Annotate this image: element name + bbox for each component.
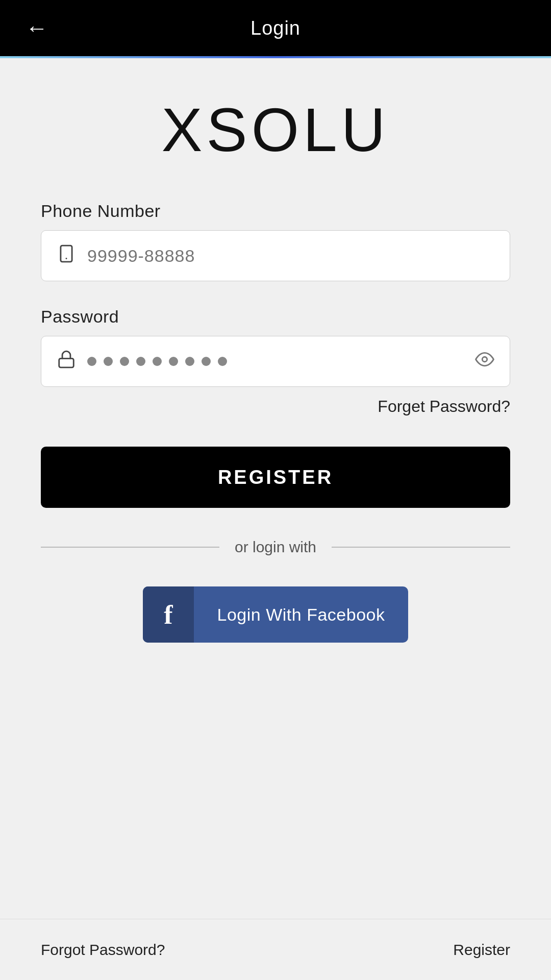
header: ← Login <box>0 0 551 56</box>
logo-text: XSOLU <box>162 95 390 164</box>
footer-register[interactable]: Register <box>453 941 510 959</box>
form-section: Phone Number Password <box>41 201 510 643</box>
divider-text: or login with <box>219 538 332 556</box>
lock-icon <box>57 350 76 374</box>
password-label: Password <box>41 307 510 327</box>
facebook-icon: f <box>164 600 172 630</box>
logo-container: XSOLU <box>162 99 390 160</box>
divider: or login with <box>41 538 510 556</box>
facebook-icon-section: f <box>143 586 194 643</box>
header-title: Login <box>251 17 300 39</box>
password-dots <box>87 357 227 366</box>
phone-input-wrapper <box>41 230 510 281</box>
facebook-button-label: Login With Facebook <box>194 605 408 625</box>
forget-password-inline[interactable]: Forget Password? <box>41 397 510 416</box>
phone-input[interactable] <box>87 246 494 266</box>
svg-rect-2 <box>59 358 74 367</box>
svg-rect-0 <box>61 246 72 262</box>
svg-point-3 <box>482 357 487 362</box>
divider-line-left <box>41 547 219 548</box>
register-button[interactable]: REGISTER <box>41 447 510 508</box>
show-password-icon[interactable] <box>475 350 494 374</box>
main-content: XSOLU Phone Number Password <box>0 58 551 919</box>
back-button[interactable]: ← <box>26 17 48 39</box>
facebook-login-button[interactable]: f Login With Facebook <box>143 586 408 643</box>
phone-label: Phone Number <box>41 201 510 221</box>
footer-forgot-password[interactable]: Forgot Password? <box>41 941 165 959</box>
divider-line-right <box>332 547 510 548</box>
phone-icon <box>57 244 76 268</box>
footer: Forgot Password? Register <box>0 919 551 980</box>
forget-password-text[interactable]: Forget Password? <box>378 397 510 415</box>
password-input-wrapper <box>41 336 510 387</box>
